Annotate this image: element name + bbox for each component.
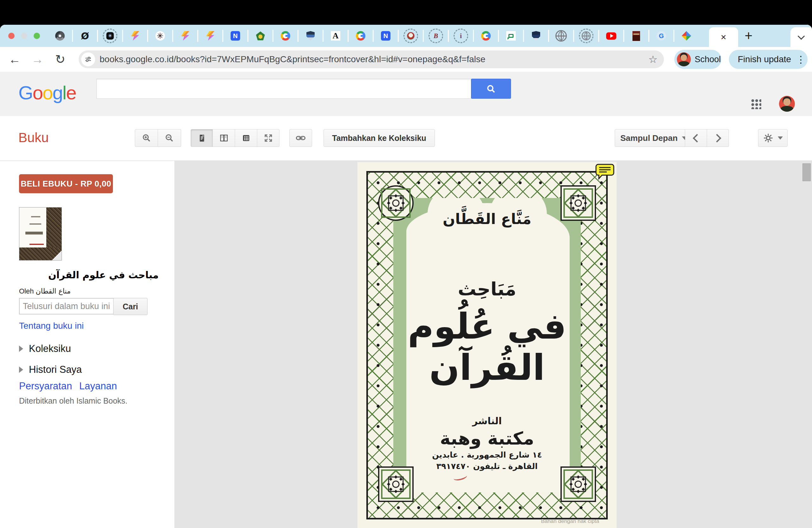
new-tab-button[interactable]: + (742, 25, 756, 47)
bookmark-star-icon[interactable]: ☆ (648, 53, 657, 66)
tab-separator (548, 30, 549, 42)
youtube-icon (606, 32, 616, 40)
pinned-tab-color-diamond[interactable] (679, 29, 694, 43)
product-name[interactable]: Buku (18, 130, 49, 145)
pinned-tab-school-crest[interactable] (404, 29, 418, 43)
my-collections-section[interactable]: Koleksiku (19, 343, 71, 354)
author-link[interactable]: مناع القطان (36, 287, 71, 295)
omnibox[interactable]: books.google.co.id/books?id=7WxEPMuFqBgC… (79, 51, 664, 68)
pinned-tab-globe[interactable] (579, 29, 593, 43)
pinned-tab-google-g[interactable] (479, 29, 493, 43)
logo-letter: o (43, 82, 52, 103)
viewer-scrollbar-thumb[interactable] (802, 163, 811, 181)
copyright-notice: Bahan dengan hak cipta (541, 518, 599, 525)
next-page-button[interactable] (707, 129, 729, 147)
forward-button[interactable]: → (27, 47, 47, 72)
pinned-tab-pentagon-crest[interactable] (253, 29, 268, 43)
close-window-button[interactable] (8, 33, 15, 39)
terms-link[interactable]: Persyaratan (19, 381, 72, 391)
tab-separator (273, 30, 273, 42)
profile-chip[interactable]: School (675, 50, 721, 69)
account-avatar[interactable] (779, 96, 795, 112)
tab-search-button[interactable] (791, 27, 812, 47)
note-annotation-icon[interactable] (595, 163, 615, 181)
previous-page-button[interactable] (685, 129, 707, 147)
caret-down-icon (778, 137, 783, 140)
settings-dropdown-button[interactable] (758, 129, 787, 147)
collapse-right-icon (19, 345, 23, 352)
books-search-button[interactable] (471, 79, 511, 99)
pinned-tab-google-g[interactable] (278, 29, 293, 43)
color-diamond-icon (682, 31, 691, 41)
minimize-window-button[interactable] (21, 33, 27, 39)
url-text[interactable]: books.google.co.id/books?id=7WxEPMuFqBgC… (100, 54, 648, 65)
pinned-tab-google-g[interactable] (353, 29, 368, 43)
close-tab-icon[interactable]: × (721, 32, 726, 42)
tab-separator (523, 30, 524, 42)
pinned-tab-letter-b[interactable] (429, 29, 443, 43)
service-link[interactable]: Layanan (79, 381, 117, 391)
pinned-tab-youtube[interactable] (604, 29, 619, 43)
pinned-tab-null-symbol[interactable] (78, 29, 92, 43)
pinned-tab-green-doc[interactable] (504, 29, 518, 43)
zoom-in-button[interactable] (135, 129, 158, 147)
shield-crest-icon (306, 31, 315, 41)
pinned-tab-letter-i[interactable] (453, 29, 468, 43)
cover-address-line1: ١٤ شارع الجمهورية . عابدين (358, 450, 617, 459)
more-vertical-icon[interactable]: ⋮ (796, 54, 806, 65)
active-tab[interactable]: × (709, 27, 738, 47)
about-this-book-link[interactable]: Tentang buku ini (19, 321, 84, 331)
finish-update-button[interactable]: Finish update ⋮ (729, 50, 808, 69)
pinned-tab-ai-bolt[interactable] (128, 29, 142, 43)
tab-separator (222, 30, 223, 42)
pinned-tab-book-cover[interactable] (629, 29, 643, 43)
add-to-collection-label: Tambahkan ke Koleksiku (324, 133, 435, 143)
g-circle-icon (656, 31, 666, 41)
pinned-tab-chatgpt[interactable] (103, 29, 117, 43)
pinned-tab-chrome[interactable] (53, 29, 67, 43)
buy-ebook-button[interactable]: BELI EBUKU - RP 0,00 (19, 174, 113, 193)
book-page[interactable]: مَنَّاع القَطَّان مَبَاحِث في عُلُوم الق… (358, 162, 617, 528)
thumbnail-view-button[interactable] (235, 129, 257, 147)
add-to-collection-button[interactable]: Tambahkan ke Koleksiku (323, 129, 435, 147)
sidebar-author-line: Oleh مناع القطان (19, 287, 71, 296)
pinned-tab-ai-bolt[interactable] (203, 29, 218, 43)
notion-icon (231, 31, 240, 41)
google-logo[interactable]: Google (18, 82, 76, 104)
letter-i-icon (457, 32, 464, 39)
cover-title-large: في عُلُوم القُرآن (358, 305, 617, 388)
pinned-tab-g-circle[interactable] (654, 29, 669, 43)
pinned-tab-globe[interactable] (554, 29, 568, 43)
pinned-tab-ai-bolt[interactable] (178, 29, 192, 43)
pinned-tab-letter-a[interactable] (328, 29, 343, 43)
site-settings-icon[interactable] (81, 52, 95, 66)
reload-button[interactable]: ↻ (50, 47, 70, 72)
logo-letter: g (52, 82, 62, 103)
fullscreen-button[interactable] (257, 129, 279, 147)
zoom-out-button[interactable] (158, 129, 181, 147)
pinned-tab-notion[interactable] (378, 29, 393, 43)
search-in-book-button[interactable]: Cari (113, 298, 147, 315)
search-in-book-input[interactable] (19, 298, 116, 314)
profile-avatar (677, 52, 691, 66)
ai-bolt-icon (131, 31, 139, 41)
two-page-view-button[interactable] (213, 129, 235, 147)
my-history-section[interactable]: Histori Saya (19, 364, 82, 375)
corner-ornament (378, 467, 414, 502)
books-search-input[interactable] (97, 79, 473, 99)
pinned-tab-shield-crest[interactable] (303, 29, 318, 43)
chevron-right-icon (713, 134, 721, 142)
pinned-tab-openai[interactable] (153, 29, 168, 43)
zoom-window-button[interactable] (34, 33, 40, 39)
macos-menu-bar (0, 0, 812, 25)
pinned-tab-notion[interactable] (228, 29, 243, 43)
back-button[interactable]: ← (4, 47, 25, 72)
single-page-view-button[interactable] (191, 129, 213, 147)
pinned-tab-navy-crest[interactable] (529, 29, 543, 43)
link-button[interactable] (289, 129, 312, 147)
pinned-tabs (53, 25, 694, 47)
browser-toolbar: ← → ↻ books.google.co.id/books?id=7WxEPM… (0, 47, 812, 72)
book-thumbnail[interactable] (19, 207, 62, 260)
google-apps-grid-icon[interactable] (751, 98, 761, 109)
page-select-dropdown[interactable]: Sampul Depan (615, 129, 685, 147)
